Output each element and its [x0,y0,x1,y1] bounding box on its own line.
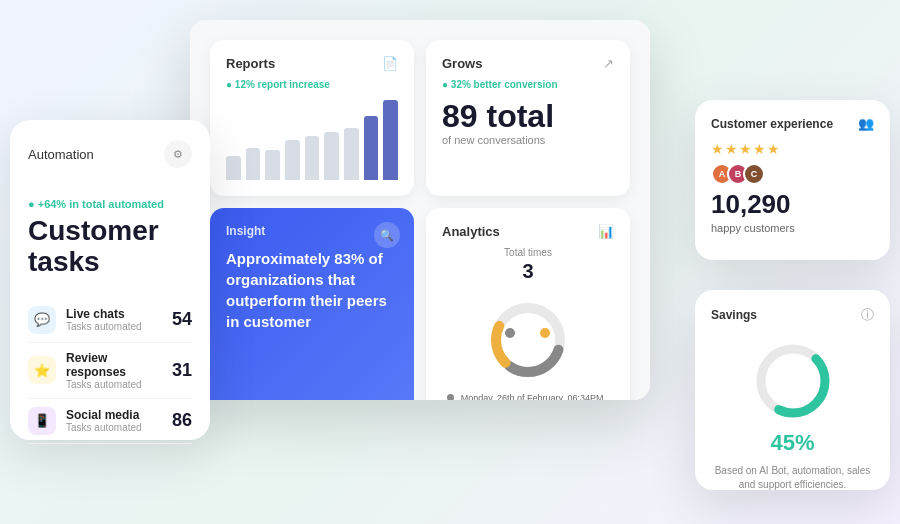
task-sub-social: Tasks automated [66,422,162,433]
task-name-review: Review responses [66,351,162,379]
grows-number: 89 total [442,100,614,132]
savings-donut [748,336,838,426]
automation-big-title: Customer tasks [28,216,192,278]
grows-title: Grows [442,56,482,71]
reports-card: Reports 📄 12% report increase [210,40,414,196]
reports-title: Reports [226,56,275,71]
info-icon: ⓘ [861,306,874,324]
savings-sub: Based on AI Bot, automation, sales and s… [711,464,874,492]
insight-text: Approximately 83% of organizations that … [226,248,398,332]
savings-title: Savings [711,308,757,322]
cx-stars: ★★★★★ [711,141,874,157]
legend-dot-1 [447,394,454,400]
cx-title: Customer experience [711,117,833,131]
bar-2 [246,148,261,180]
total-label: Total times [504,247,552,258]
analytics-icon: 📊 [598,224,614,239]
chart-legend: Monday, 26th of February, 06:34PM Thursd… [447,391,609,400]
insight-card: Insight 🔍 Approximately 83% of organizat… [210,208,414,400]
insight-label: Insight [226,224,398,238]
task-review: ⭐ Review responses Tasks automated 31 [28,343,192,399]
gear-icon[interactable]: ⚙ [164,140,192,168]
task-name-chats: Live chats [66,307,162,321]
donut-chart [483,295,573,385]
bar-5 [305,136,320,180]
laptop-screen: Reports 📄 12% report increase Grows ↗ [190,20,650,400]
task-sub-review: Tasks automated [66,379,162,390]
cx-sub: happy customers [711,222,874,234]
bar-9 [383,100,398,180]
bar-3 [265,150,280,180]
task-sub-chats: Tasks automated [66,321,162,332]
task-name-social: Social media [66,408,162,422]
star-icon: ⭐ [28,356,56,384]
customer-experience-card: Customer experience 👥 ★★★★★ A B C 10,290… [695,100,890,260]
task-social: 📱 Social media Tasks automated 86 [28,399,192,444]
trending-icon: ↗ [603,56,614,71]
automation-title: Automation [28,147,94,162]
savings-card: Savings ⓘ 45% Based on AI Bot, automatio… [695,290,890,490]
savings-percentage: 45% [770,430,814,456]
analytics-title: Analytics [442,224,500,239]
avatar-3: C [743,163,765,185]
reports-bar-chart [226,100,398,180]
users-icon: 👥 [858,116,874,131]
total-number: 3 [522,260,533,283]
file-icon: 📄 [382,56,398,71]
cx-avatars: A B C [711,163,874,185]
bar-4 [285,140,300,180]
automation-card-header: Automation ⚙ [28,140,192,168]
automation-stat: +64% in total automated [28,198,192,210]
task-count-chats: 54 [172,309,192,330]
bar-8 [364,116,379,180]
bar-6 [324,132,339,180]
automation-card: Automation ⚙ +64% in total automated Cus… [10,120,210,440]
bar-1 [226,156,241,180]
cx-header: Customer experience 👥 [711,116,874,131]
task-live-chats: 💬 Live chats Tasks automated 54 [28,298,192,343]
legend-item-1: Monday, 26th of February, 06:34PM [447,391,609,400]
grows-card: Grows ↗ 32% better conversion 89 total o… [426,40,630,196]
cx-number: 10,290 [711,189,874,220]
chat-icon: 💬 [28,306,56,334]
analytics-card: Analytics 📊 Total times 3 Monday, [426,208,630,400]
search-icon[interactable]: 🔍 [374,222,400,248]
task-count-review: 31 [172,360,192,381]
savings-header: Savings ⓘ [711,306,874,324]
bar-7 [344,128,359,180]
svg-point-3 [505,328,515,338]
grows-stat: 32% better conversion [442,79,614,90]
phone-icon: 📱 [28,407,56,435]
grows-sub: of new conversations [442,134,614,146]
task-count-social: 86 [172,410,192,431]
dashboard-grid: Reports 📄 12% report increase Grows ↗ [190,20,650,400]
svg-point-4 [540,328,550,338]
reports-stat: 12% report increase [226,79,398,90]
